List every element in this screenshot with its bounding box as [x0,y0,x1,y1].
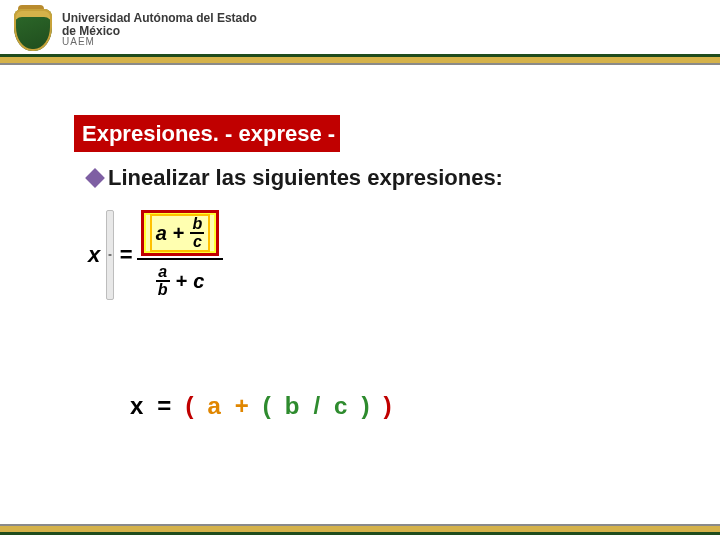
header-rule-gray [0,63,720,65]
lin-token: c [334,392,347,420]
lin-token: / [313,392,320,420]
num-small-fraction: b c [190,216,204,250]
fraction-bar-icon [137,258,224,260]
university-acronym: UAEM [62,37,267,48]
formula-numerator: a + b c [150,214,211,252]
slide: Universidad Autónoma del Estado de Méxic… [0,0,720,540]
bullet-diamond-icon [85,168,105,188]
lin-token: ( [263,392,271,420]
lin-token: b [285,392,300,420]
lin-token: a [207,392,220,420]
den-plus: + [174,270,190,293]
den-frac-bot: b [158,282,168,298]
lin-token: ( [185,392,193,420]
num-frac-bot: c [193,234,202,250]
section-title-box: Expresiones. - exprese - [74,115,340,152]
num-a: a [156,222,167,245]
formula-lhs-var: x [88,242,100,268]
den-c: c [193,270,204,293]
den-small-fraction: a b [156,264,170,298]
num-plus: + [171,222,187,245]
formula-denominator: a b + c [141,262,220,300]
equation-editor-icon: = [106,210,114,300]
university-text: Universidad Autónoma del Estado de Méxic… [62,12,267,48]
lin-token: x [130,392,143,420]
university-logo-block: Universidad Autónoma del Estado de Méxic… [12,6,267,54]
formula-block: x = = a + b c [88,210,219,300]
section-title: Expresiones. - exprese - [82,121,335,147]
university-name: Universidad Autónoma del Estado de Méxic… [62,12,267,37]
num-frac-top: b [193,216,203,232]
crest-icon [12,7,54,53]
lin-token: + [235,392,249,420]
den-frac-top: a [158,264,167,280]
lin-token: = [157,392,171,420]
linearized-expression: x=(a+(b/c)) [130,392,391,420]
bullet-line: Linealizar las siguientes expresiones: [88,165,503,191]
lin-token: ) [383,392,391,420]
lin-token: ) [361,392,369,420]
formula-main-fraction: a + b c a b [141,210,220,300]
linearized-tokens: x=(a+(b/c)) [130,392,391,420]
formula-equals: = [120,242,133,268]
slide-header: Universidad Autónoma del Estado de Méxic… [0,0,720,62]
formula-numerator-highlight: a + b c [141,210,220,256]
footer-rule-green [0,532,720,535]
bullet-text: Linealizar las siguientes expresiones: [108,165,503,191]
